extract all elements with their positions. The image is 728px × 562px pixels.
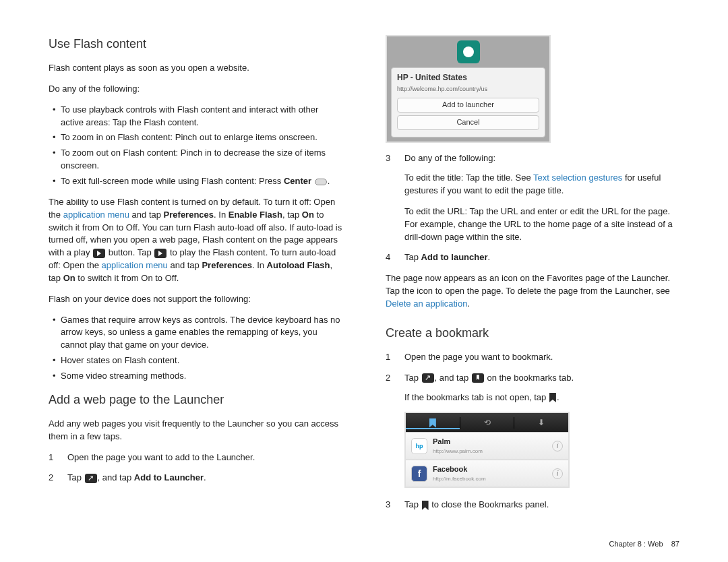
tab-downloads[interactable]: ⬇ [514, 417, 568, 429]
text: to close the Bookmarks panel. [429, 499, 549, 509]
bookmark-icon [429, 418, 436, 428]
text: If the bookmarks tab is not open, tap [404, 392, 549, 402]
add-step-4: Tap Add to launcher. [386, 251, 679, 264]
text: Tap [67, 472, 84, 482]
launcher-result: The page now appears as an icon on the F… [386, 272, 679, 311]
bookmark-url: http://www.palm.com [433, 447, 483, 456]
text: Preferences [164, 210, 214, 220]
left-column: Use Flash content Flash content plays as… [49, 35, 342, 520]
info-icon[interactable]: i [552, 441, 563, 451]
text [311, 176, 314, 186]
text: , tap [282, 210, 302, 220]
text: The page now appears as an icon on the F… [386, 273, 670, 296]
link-application-menu[interactable]: application menu [63, 210, 129, 220]
bookmark-icon [549, 393, 556, 402]
text: . [488, 252, 491, 262]
text: and tap [129, 210, 164, 220]
center-label: Center [284, 176, 311, 186]
text: On [63, 273, 75, 283]
bookmark-steps: Open the page you want to bookmark. Tap … [386, 351, 679, 511]
edit-title-text: To edit the title: Tap the title. See Te… [404, 172, 679, 197]
text: . [467, 299, 470, 309]
bookmark-url: http://m.facebook.com [433, 475, 486, 483]
center-button-icon [315, 179, 327, 185]
text: to switch it from On to Off. [75, 273, 179, 283]
add-steps: Open the page you want to add to the Lau… [49, 451, 342, 485]
bookmark-title: Facebook [433, 464, 486, 475]
add-step-2: Tap , and tap Add to Launcher. [49, 472, 342, 485]
link-application-menu[interactable]: application menu [102, 260, 168, 270]
text: Tap [404, 252, 421, 262]
flash-unsupported-intro: Flash on your device does not support th… [49, 293, 342, 306]
add-to-launcher-dialog: HP - United States http://welcome.hp.com… [386, 35, 551, 143]
add-step-3: Do any of the following: To edit the tit… [386, 152, 679, 243]
bm-step-1: Open the page you want to bookmark. [386, 351, 679, 364]
text: . [204, 472, 206, 482]
page-number: 87 [671, 540, 679, 548]
text: , and tap [98, 472, 134, 482]
flash-bullet: To use playback controls with Flash cont… [53, 104, 342, 129]
play-icon [93, 249, 105, 258]
dialog-url-field[interactable]: http://welcome.hp.com/country/us [397, 85, 539, 94]
hp-favicon: hp [411, 438, 427, 454]
bm-step-2: Tap , and tap on the bookmarks tab. If t… [386, 372, 679, 489]
bookmark-text: Palm http://www.palm.com [433, 437, 483, 456]
add-to-launcher-button[interactable]: Add to launcher [397, 98, 539, 113]
add-step-1: Open the page you want to add to the Lau… [49, 451, 342, 464]
facebook-favicon: f [411, 466, 427, 482]
bookmark-row[interactable]: f Facebook http://m.facebook.com i [406, 460, 568, 487]
link-delete-application[interactable]: Delete an application [386, 299, 467, 309]
bm-step-3: Tap to close the Bookmarks panel. [386, 499, 679, 511]
cancel-button[interactable]: Cancel [397, 115, 539, 130]
text: Add to Launcher [134, 472, 204, 482]
flash-list: To use playback controls with Flash cont… [49, 104, 342, 188]
flash-bullet: To zoom in on Flash content: Pinch out t… [53, 131, 342, 144]
bookmark-icon [422, 501, 429, 510]
add-intro: Add any web pages you visit frequently t… [49, 418, 342, 443]
text: Do any of the following: [404, 153, 495, 163]
text: . In [252, 260, 267, 270]
bookmark-row[interactable]: hp Palm http://www.palm.com i [406, 432, 568, 460]
flash-unsupported-item: Hover states on Flash content. [53, 354, 342, 367]
text: button. Tap [106, 247, 154, 257]
bookmark-text: Facebook http://m.facebook.com [433, 464, 486, 483]
text: On [302, 210, 314, 220]
tab-history[interactable]: ⟲ [460, 417, 515, 429]
text: To edit the title: Tap the title. See [404, 173, 533, 183]
text: . [557, 392, 559, 402]
page-footer: Chapter 8 : Web 87 [609, 539, 679, 550]
play-icon [154, 249, 166, 258]
flash-unsupported-list: Games that require arrow keys as control… [49, 314, 342, 383]
tab-bookmarks[interactable] [406, 417, 460, 429]
flash-bullet-exit: To exit full-screen mode while using Fla… [53, 175, 342, 188]
link-text-selection-gestures[interactable]: Text selection gestures [533, 173, 622, 183]
text: on the bookmarks tab. [485, 373, 574, 383]
share-icon [422, 373, 434, 383]
text: and tap [168, 260, 202, 270]
text: . In [214, 210, 229, 220]
text: To exit full-screen mode while using Fla… [61, 176, 284, 186]
edit-url-text: To edit the URL: Tap the URL and enter o… [404, 206, 679, 244]
info-icon[interactable]: i [552, 468, 563, 479]
right-column: HP - United States http://welcome.hp.com… [386, 35, 679, 520]
bookmarks-tabs: ⟲ ⬇ [406, 413, 568, 432]
bm-note: If the bookmarks tab is not open, tap . [404, 392, 679, 404]
flash-intro: Flash content plays as soon as you open … [49, 62, 342, 75]
chapter-label: Chapter 8 : Web [609, 540, 663, 548]
heading-bookmark: Create a bookmark [386, 324, 679, 342]
flash-unsupported-item: Games that require arrow keys as control… [53, 314, 342, 352]
text: Tap [404, 373, 421, 383]
page-content: Use Flash content Flash content plays as… [0, 0, 728, 533]
site-tile-icon [457, 40, 480, 63]
text: , and tap [435, 373, 471, 383]
flash-unsupported-item: Some video streaming methods. [53, 370, 342, 383]
share-icon [85, 474, 97, 483]
text: Enable Flash [229, 210, 282, 220]
flash-paragraph: The ability to use Flash content is turn… [49, 196, 342, 285]
heading-flash: Use Flash content [49, 35, 342, 53]
text: Tap [404, 499, 421, 509]
dialog-title-field[interactable]: HP - United States [397, 72, 539, 84]
text: Preferences [202, 260, 251, 270]
add-bookmark-icon [472, 373, 484, 383]
heading-add-launcher: Add a web page to the Launcher [49, 391, 342, 408]
